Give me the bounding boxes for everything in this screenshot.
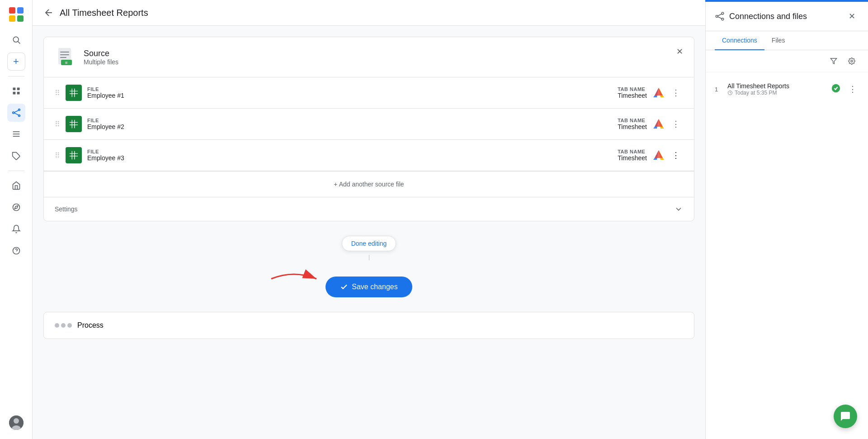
top-bar-accent	[705, 0, 868, 2]
svg-point-12	[18, 115, 20, 117]
file-info-1: FILE Employee #1	[87, 86, 576, 99]
gdrive-icon-3[interactable]	[652, 149, 665, 162]
file-info-2: FILE Employee #2	[87, 118, 576, 130]
svg-line-14	[14, 113, 18, 115]
tab-label-1: TAB NAME	[618, 86, 647, 92]
svg-point-4	[13, 37, 19, 42]
gdrive-icon-2[interactable]	[652, 118, 665, 130]
process-dots	[55, 323, 72, 328]
file-label-3: FILE	[87, 149, 576, 154]
svg-rect-8	[13, 92, 15, 95]
drag-handle-1[interactable]: ⠿	[55, 89, 60, 97]
svg-point-11	[18, 109, 20, 111]
save-area: Done editing Save changes	[43, 229, 694, 305]
sidebar-item-dashboard[interactable]	[7, 82, 25, 100]
source-icon: ≡	[55, 46, 76, 68]
file-row-2: ⠿ FILE Employee #2 TAB NAME	[44, 109, 694, 140]
tab-name-1: Timesheet	[618, 92, 647, 99]
sidebar-item-help[interactable]	[7, 242, 25, 260]
sheets-icon-1	[66, 85, 82, 101]
connection-more-button-1[interactable]: ⋮	[846, 83, 859, 95]
more-button-2[interactable]: ⋮	[669, 117, 683, 131]
source-subtitle: Multiple files	[84, 58, 118, 66]
svg-line-13	[14, 110, 18, 113]
sidebar-item-notifications[interactable]	[7, 220, 25, 238]
back-button[interactable]	[43, 7, 54, 18]
page-header: All Timesheet Reports	[33, 0, 705, 26]
sidebar-item-list[interactable]	[7, 125, 25, 143]
svg-marker-68	[830, 58, 836, 64]
svg-rect-52	[70, 151, 78, 159]
process-title: Process	[77, 321, 104, 329]
sidebar: +	[0, 0, 33, 439]
panel-close-button[interactable]: ✕	[844, 9, 859, 24]
file-info-3: FILE Employee #3	[87, 149, 576, 162]
svg-rect-0	[9, 7, 15, 14]
save-label: Save changes	[352, 283, 397, 291]
file-label-1: FILE	[87, 86, 576, 92]
chat-icon	[840, 411, 851, 422]
svg-point-65	[722, 18, 724, 20]
user-avatar[interactable]	[9, 415, 24, 430]
connection-number-1: 1	[715, 86, 722, 93]
sidebar-item-search[interactable]	[7, 31, 25, 49]
save-changes-button[interactable]: Save changes	[326, 277, 412, 297]
sheets-icon-2	[66, 116, 82, 132]
sidebar-divider-1	[8, 76, 24, 76]
svg-line-5	[18, 42, 20, 44]
dot-1	[55, 323, 59, 328]
add-source-button[interactable]: + Add another source file	[44, 171, 694, 197]
tab-connections[interactable]: Connections	[715, 31, 764, 50]
svg-rect-30	[60, 57, 66, 58]
sidebar-item-tag[interactable]	[7, 147, 25, 165]
tab-info-1: TAB NAME Timesheet	[618, 86, 647, 99]
more-button-1[interactable]: ⋮	[669, 86, 683, 100]
settings-button[interactable]	[844, 54, 859, 68]
tab-info-3: TAB NAME Timesheet	[618, 149, 647, 162]
connection-info-1: All Timesheet Reports Today at 5:35 PM	[727, 82, 826, 96]
settings-chevron-icon	[674, 205, 683, 214]
sidebar-item-home[interactable]	[7, 177, 25, 195]
svg-marker-20	[14, 205, 18, 209]
right-panel: Connections and files ✕ Connections File…	[705, 0, 868, 439]
file-name-1: Employee #1	[87, 92, 576, 99]
tooltip-connector	[369, 255, 369, 260]
connection-name-1: All Timesheet Reports	[727, 82, 826, 90]
sidebar-item-flow[interactable]	[7, 104, 25, 122]
sidebar-item-add[interactable]: +	[7, 52, 25, 71]
sidebar-item-explore[interactable]	[7, 198, 25, 216]
clock-icon	[727, 90, 733, 95]
svg-point-63	[716, 15, 718, 18]
tab-files[interactable]: Files	[764, 31, 793, 50]
filter-button[interactable]	[826, 54, 841, 68]
svg-rect-1	[17, 7, 24, 14]
drag-handle-2[interactable]: ⠿	[55, 120, 60, 129]
chat-button[interactable]	[834, 405, 857, 428]
add-icon: +	[13, 56, 19, 67]
svg-point-10	[12, 112, 14, 114]
panel-toolbar	[706, 50, 868, 72]
source-close-button[interactable]: ✕	[672, 44, 687, 59]
tab-name-2: Timesheet	[618, 123, 647, 130]
gdrive-icon-1[interactable]	[652, 86, 665, 99]
tab-info-2: TAB NAME Timesheet	[618, 118, 647, 130]
drag-handle-3[interactable]: ⠿	[55, 151, 60, 160]
main-content: All Timesheet Reports ≡ S	[33, 0, 705, 439]
tab-label-3: TAB NAME	[618, 149, 647, 154]
svg-point-24	[14, 418, 19, 424]
more-button-3[interactable]: ⋮	[669, 148, 683, 162]
source-title: Source	[84, 49, 118, 58]
settings-row[interactable]: Settings	[44, 197, 694, 221]
file-actions-1: ⋮	[652, 86, 683, 100]
page-title: All Timesheet Reports	[60, 8, 148, 18]
dot-3	[67, 323, 72, 328]
app-logo[interactable]	[7, 5, 25, 24]
file-row-3: ⠿ FILE Employee #3 TAB NAME	[44, 140, 694, 171]
done-editing-tooltip: Done editing	[342, 236, 396, 251]
file-actions-2: ⋮	[652, 117, 683, 131]
svg-rect-9	[17, 92, 19, 95]
svg-line-67	[718, 17, 722, 19]
svg-point-69	[851, 60, 853, 62]
svg-marker-60	[655, 150, 663, 158]
connection-status-1	[831, 83, 841, 95]
